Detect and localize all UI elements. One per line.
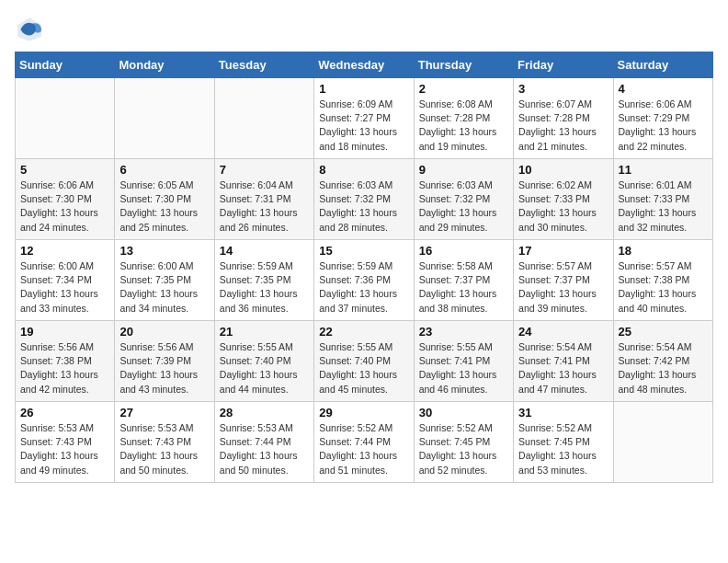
day-number: 23 xyxy=(419,325,508,339)
day-info: Sunrise: 6:04 AM Sunset: 7:31 PM Dayligh… xyxy=(220,178,309,235)
day-info: Sunrise: 6:00 AM Sunset: 7:34 PM Dayligh… xyxy=(20,259,109,316)
calendar-cell xyxy=(214,78,313,159)
day-info: Sunrise: 5:54 AM Sunset: 7:42 PM Dayligh… xyxy=(619,340,708,396)
calendar-cell: 26Sunrise: 5:53 AM Sunset: 7:43 PM Dayli… xyxy=(16,402,115,483)
day-number: 18 xyxy=(619,244,708,258)
day-header-saturday: Saturday xyxy=(613,52,712,78)
calendar-cell: 20Sunrise: 5:56 AM Sunset: 7:39 PM Dayli… xyxy=(115,321,214,402)
day-number: 10 xyxy=(518,163,608,177)
day-info: Sunrise: 5:55 AM Sunset: 7:41 PM Dayligh… xyxy=(419,340,508,396)
day-number: 26 xyxy=(20,406,109,419)
day-number: 8 xyxy=(319,163,408,177)
calendar-week-1: 1Sunrise: 6:09 AM Sunset: 7:27 PM Daylig… xyxy=(16,78,713,159)
day-number: 9 xyxy=(419,163,508,177)
day-number: 4 xyxy=(619,82,708,96)
calendar-cell: 31Sunrise: 5:52 AM Sunset: 7:45 PM Dayli… xyxy=(514,402,613,483)
calendar-cell: 19Sunrise: 5:56 AM Sunset: 7:38 PM Dayli… xyxy=(16,321,115,402)
day-header-wednesday: Wednesday xyxy=(314,52,414,78)
day-number: 31 xyxy=(518,406,608,419)
day-number: 17 xyxy=(518,244,608,258)
calendar-cell xyxy=(16,78,115,159)
calendar-cell: 23Sunrise: 5:55 AM Sunset: 7:41 PM Dayli… xyxy=(414,321,513,402)
logo-icon xyxy=(15,15,44,44)
calendar-week-3: 12Sunrise: 6:00 AM Sunset: 7:34 PM Dayli… xyxy=(16,240,713,321)
day-number: 28 xyxy=(220,406,309,419)
calendar-cell: 29Sunrise: 5:52 AM Sunset: 7:44 PM Dayli… xyxy=(314,402,414,483)
day-info: Sunrise: 5:53 AM Sunset: 7:43 PM Dayligh… xyxy=(20,421,109,477)
calendar-cell xyxy=(115,78,214,159)
day-number: 14 xyxy=(220,244,309,258)
calendar-cell: 9Sunrise: 6:03 AM Sunset: 7:32 PM Daylig… xyxy=(414,159,513,240)
calendar-cell: 27Sunrise: 5:53 AM Sunset: 7:43 PM Dayli… xyxy=(115,402,214,483)
logo xyxy=(15,15,48,44)
day-number: 30 xyxy=(419,406,508,419)
calendar-cell: 21Sunrise: 5:55 AM Sunset: 7:40 PM Dayli… xyxy=(214,321,313,402)
calendar-cell: 4Sunrise: 6:06 AM Sunset: 7:29 PM Daylig… xyxy=(613,78,712,159)
day-info: Sunrise: 5:53 AM Sunset: 7:43 PM Dayligh… xyxy=(119,421,209,477)
day-info: Sunrise: 5:58 AM Sunset: 7:37 PM Dayligh… xyxy=(419,259,508,316)
day-number: 6 xyxy=(119,163,209,177)
day-info: Sunrise: 5:57 AM Sunset: 7:38 PM Dayligh… xyxy=(619,259,708,316)
calendar-cell xyxy=(613,402,712,483)
day-header-tuesday: Tuesday xyxy=(214,52,313,78)
day-number: 19 xyxy=(20,325,109,339)
calendar-cell: 11Sunrise: 6:01 AM Sunset: 7:33 PM Dayli… xyxy=(613,159,712,240)
day-number: 1 xyxy=(319,82,408,96)
day-number: 13 xyxy=(119,244,209,258)
day-number: 21 xyxy=(220,325,309,339)
day-info: Sunrise: 5:59 AM Sunset: 7:35 PM Dayligh… xyxy=(220,259,309,316)
day-number: 5 xyxy=(20,163,109,177)
calendar-cell: 18Sunrise: 5:57 AM Sunset: 7:38 PM Dayli… xyxy=(613,240,712,321)
calendar-cell: 17Sunrise: 5:57 AM Sunset: 7:37 PM Dayli… xyxy=(514,240,613,321)
day-header-sunday: Sunday xyxy=(16,52,115,78)
day-number: 7 xyxy=(220,163,309,177)
calendar-cell: 16Sunrise: 5:58 AM Sunset: 7:37 PM Dayli… xyxy=(414,240,513,321)
page-header xyxy=(15,15,713,44)
calendar-cell: 24Sunrise: 5:54 AM Sunset: 7:41 PM Dayli… xyxy=(514,321,613,402)
day-info: Sunrise: 5:56 AM Sunset: 7:38 PM Dayligh… xyxy=(20,340,109,396)
day-info: Sunrise: 5:52 AM Sunset: 7:45 PM Dayligh… xyxy=(419,421,508,477)
day-info: Sunrise: 6:09 AM Sunset: 7:27 PM Dayligh… xyxy=(319,98,408,154)
day-number: 11 xyxy=(619,163,708,177)
calendar-cell: 5Sunrise: 6:06 AM Sunset: 7:30 PM Daylig… xyxy=(16,159,115,240)
calendar-cell: 22Sunrise: 5:55 AM Sunset: 7:40 PM Dayli… xyxy=(314,321,414,402)
calendar-cell: 3Sunrise: 6:07 AM Sunset: 7:28 PM Daylig… xyxy=(514,78,613,159)
day-number: 29 xyxy=(319,406,408,419)
header-row: SundayMondayTuesdayWednesdayThursdayFrid… xyxy=(16,52,713,78)
day-info: Sunrise: 6:01 AM Sunset: 7:33 PM Dayligh… xyxy=(619,178,708,235)
calendar-cell: 15Sunrise: 5:59 AM Sunset: 7:36 PM Dayli… xyxy=(314,240,414,321)
calendar-cell: 7Sunrise: 6:04 AM Sunset: 7:31 PM Daylig… xyxy=(214,159,313,240)
day-header-thursday: Thursday xyxy=(414,52,513,78)
calendar-cell: 8Sunrise: 6:03 AM Sunset: 7:32 PM Daylig… xyxy=(314,159,414,240)
day-number: 24 xyxy=(518,325,608,339)
day-info: Sunrise: 5:55 AM Sunset: 7:40 PM Dayligh… xyxy=(319,340,408,396)
day-info: Sunrise: 5:56 AM Sunset: 7:39 PM Dayligh… xyxy=(119,340,209,396)
day-info: Sunrise: 5:53 AM Sunset: 7:44 PM Dayligh… xyxy=(220,421,309,477)
calendar-week-5: 26Sunrise: 5:53 AM Sunset: 7:43 PM Dayli… xyxy=(16,402,713,483)
calendar-cell: 6Sunrise: 6:05 AM Sunset: 7:30 PM Daylig… xyxy=(115,159,214,240)
day-number: 27 xyxy=(119,406,209,419)
day-number: 12 xyxy=(20,244,109,258)
day-number: 3 xyxy=(518,82,608,96)
day-info: Sunrise: 5:57 AM Sunset: 7:37 PM Dayligh… xyxy=(518,259,608,316)
calendar-cell: 13Sunrise: 6:00 AM Sunset: 7:35 PM Dayli… xyxy=(115,240,214,321)
day-info: Sunrise: 5:54 AM Sunset: 7:41 PM Dayligh… xyxy=(518,340,608,396)
day-info: Sunrise: 5:52 AM Sunset: 7:45 PM Dayligh… xyxy=(518,421,608,477)
day-info: Sunrise: 6:03 AM Sunset: 7:32 PM Dayligh… xyxy=(419,178,508,235)
calendar-cell: 10Sunrise: 6:02 AM Sunset: 7:33 PM Dayli… xyxy=(514,159,613,240)
day-info: Sunrise: 5:52 AM Sunset: 7:44 PM Dayligh… xyxy=(319,421,408,477)
day-info: Sunrise: 6:07 AM Sunset: 7:28 PM Dayligh… xyxy=(518,98,608,154)
calendar-week-4: 19Sunrise: 5:56 AM Sunset: 7:38 PM Dayli… xyxy=(16,321,713,402)
day-info: Sunrise: 6:08 AM Sunset: 7:28 PM Dayligh… xyxy=(419,98,508,154)
calendar-cell: 14Sunrise: 5:59 AM Sunset: 7:35 PM Dayli… xyxy=(214,240,313,321)
calendar-cell: 1Sunrise: 6:09 AM Sunset: 7:27 PM Daylig… xyxy=(314,78,414,159)
calendar-cell: 30Sunrise: 5:52 AM Sunset: 7:45 PM Dayli… xyxy=(414,402,513,483)
calendar-cell: 12Sunrise: 6:00 AM Sunset: 7:34 PM Dayli… xyxy=(16,240,115,321)
day-info: Sunrise: 5:55 AM Sunset: 7:40 PM Dayligh… xyxy=(220,340,309,396)
day-number: 2 xyxy=(419,82,508,96)
day-info: Sunrise: 6:00 AM Sunset: 7:35 PM Dayligh… xyxy=(119,259,209,316)
calendar-cell: 25Sunrise: 5:54 AM Sunset: 7:42 PM Dayli… xyxy=(613,321,712,402)
day-number: 22 xyxy=(319,325,408,339)
day-number: 20 xyxy=(119,325,209,339)
calendar-week-2: 5Sunrise: 6:06 AM Sunset: 7:30 PM Daylig… xyxy=(16,159,713,240)
